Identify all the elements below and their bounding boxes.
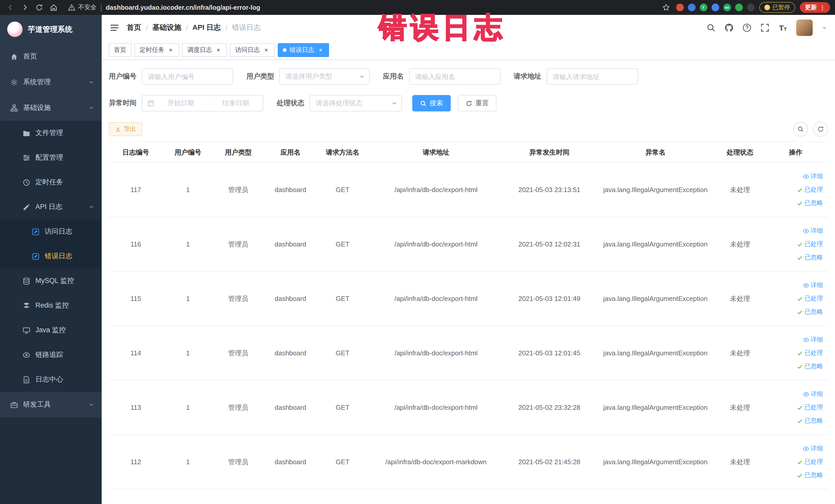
sidebar-item-error-log[interactable]: 错误日志 [0, 244, 102, 268]
action-processed-link[interactable]: 已处理 [797, 240, 823, 248]
bookmark-star-icon[interactable] [661, 2, 671, 13]
reset-button[interactable]: 重置 [458, 95, 496, 112]
github-icon[interactable] [725, 23, 734, 32]
tab-error-log[interactable]: 错误日志 [278, 43, 329, 57]
hamburger-icon[interactable] [109, 23, 120, 33]
tab-bar: 首页定时任务调度日志访问日志错误日志 [102, 41, 835, 60]
cell-method: GET [318, 271, 368, 326]
eye-icon [803, 445, 809, 451]
action-ignored-link[interactable]: 已忽略 [797, 199, 823, 207]
cell-url: /api/infra/db-doc/export-markdown [368, 435, 504, 489]
action-detail-link[interactable]: 详细 [803, 390, 823, 399]
search-button[interactable]: 搜索 [412, 95, 451, 112]
action-ignored-link[interactable]: 已忽略 [797, 417, 823, 425]
reload-icon[interactable] [34, 2, 44, 13]
column-header: 用户类型 [213, 142, 263, 163]
action-ignored-link[interactable]: 已忽略 [797, 362, 823, 371]
hide-search-button[interactable] [793, 122, 808, 137]
sidebar-item-infra[interactable]: 基础设施 [0, 95, 102, 121]
paused-extension-button[interactable]: 已暂停 [759, 2, 795, 13]
cell-actions: 详细已处理已忽略 [763, 380, 828, 435]
user-id-input[interactable] [142, 68, 233, 85]
sidebar-item-java[interactable]: Java 监控 [0, 318, 102, 343]
cell-actions: 详细已处理已忽略 [763, 163, 828, 217]
sidebar-item-dev-tools[interactable]: 研发工具 [0, 392, 102, 418]
sidebar-item-api-log[interactable]: API 日志 [0, 195, 102, 219]
action-detail-link[interactable]: 详细 [803, 335, 823, 344]
close-icon[interactable] [215, 47, 222, 54]
breadcrumb-separator: / [146, 24, 148, 32]
sidebar-item-file[interactable]: 文件管理 [0, 121, 102, 145]
sidebar-item-job[interactable]: 定时任务 [0, 170, 102, 195]
browser-right-cluster: Yon 已暂停 更新 [661, 2, 830, 13]
date-range-picker[interactable]: 开始日期 - 结束日期 [142, 95, 263, 112]
tab-job[interactable]: 定时任务 [135, 43, 179, 57]
home-button-icon[interactable] [48, 2, 59, 13]
sidebar-item-log-center[interactable]: 日志中心 [0, 367, 102, 392]
extension-blue-grid-icon[interactable] [711, 4, 719, 11]
address-bar[interactable]: 不安全 | dashboard.yudao.iocoder.cn/infra/l… [63, 3, 657, 12]
sliders-icon [23, 154, 30, 161]
action-ignored-link[interactable]: 已忽略 [797, 471, 823, 480]
cell-url: /api/infra/db-doc/export-html [368, 326, 504, 380]
extension-red-circle-icon[interactable] [676, 4, 684, 11]
action-processed-link[interactable]: 已处理 [797, 403, 823, 412]
action-processed-link[interactable]: 已处理 [797, 294, 823, 303]
app-shell: 芋道管理系统 首页系统管理基础设施文件管理配置管理定时任务API 日志访问日志错… [0, 15, 835, 504]
sidebar-item-system[interactable]: 系统管理 [0, 69, 102, 95]
sidebar-item-mysql[interactable]: MySQL 监控 [0, 268, 102, 293]
chrome-update-button[interactable]: 更新 [800, 2, 830, 13]
tab-home[interactable]: 首页 [109, 43, 131, 57]
kebab-menu-icon[interactable] [820, 4, 825, 11]
select-caret-down-icon [359, 74, 365, 80]
action-processed-link[interactable]: 已处理 [797, 185, 823, 194]
export-button[interactable]: 导出 [109, 122, 142, 136]
forward-icon[interactable] [20, 2, 30, 13]
sidebar-item-home[interactable]: 首页 [0, 44, 102, 69]
tab-job-log[interactable]: 调度日志 [182, 43, 227, 57]
refresh-button[interactable] [813, 122, 828, 137]
action-processed-link[interactable]: 已处理 [797, 349, 823, 357]
sidebar-item-label: 配置管理 [36, 153, 63, 162]
tab-access-log[interactable]: 访问日志 [230, 43, 274, 57]
avatar-caret-down-icon[interactable] [821, 25, 828, 31]
action-detail-link[interactable]: 详细 [803, 281, 823, 289]
close-icon[interactable] [167, 47, 174, 54]
security-indicator[interactable]: 不安全 [68, 3, 97, 12]
sidebar: 芋道管理系统 首页系统管理基础设施文件管理配置管理定时任务API 日志访问日志错… [0, 15, 102, 504]
extension-on-badge-icon[interactable]: on [723, 4, 731, 11]
sidebar-item-redis[interactable]: Redis 监控 [0, 293, 102, 318]
sidebar-item-config[interactable]: 配置管理 [0, 145, 102, 170]
extension-leaf-icon[interactable] [735, 4, 742, 11]
back-icon[interactable] [5, 2, 15, 13]
extension-blue-drop-icon[interactable] [688, 4, 695, 11]
action-ignored-link[interactable]: 已忽略 [797, 253, 823, 262]
action-detail-link[interactable]: 详细 [803, 172, 823, 181]
extension-green-y-icon[interactable]: Y [699, 4, 707, 11]
update-label: 更新 [805, 4, 817, 11]
close-icon[interactable] [317, 47, 324, 54]
close-icon[interactable] [263, 47, 269, 54]
app-name-label: 应用名 [383, 72, 404, 81]
help-icon[interactable] [742, 23, 752, 32]
user-avatar[interactable] [796, 20, 813, 36]
app-logo[interactable]: 芋道管理系统 [0, 15, 102, 44]
request-url-input[interactable] [547, 68, 638, 85]
process-status-select[interactable]: 请选择处理状态 [309, 95, 402, 112]
sidebar-item-trace[interactable]: 链路追踪 [0, 343, 102, 367]
font-size-icon[interactable] [778, 23, 788, 32]
breadcrumb-item[interactable]: API 日志 [192, 23, 221, 32]
app-name-input[interactable] [409, 68, 500, 85]
search-icon[interactable] [707, 23, 716, 32]
extension-pin-icon[interactable] [747, 4, 754, 11]
breadcrumb-item[interactable]: 首页 [127, 23, 141, 32]
sidebar-item-access-log[interactable]: 访问日志 [0, 219, 102, 244]
action-ignored-link[interactable]: 已忽略 [797, 308, 823, 316]
cell-actions: 详细已处理已忽略 [763, 326, 828, 380]
fullscreen-icon[interactable] [760, 23, 770, 32]
action-processed-link[interactable]: 已处理 [797, 458, 823, 466]
action-detail-link[interactable]: 详细 [803, 226, 823, 235]
breadcrumb-item[interactable]: 基础设施 [152, 23, 181, 32]
action-detail-link[interactable]: 详细 [803, 444, 823, 453]
user-type-select[interactable]: 请选择用户类型 [279, 68, 370, 85]
